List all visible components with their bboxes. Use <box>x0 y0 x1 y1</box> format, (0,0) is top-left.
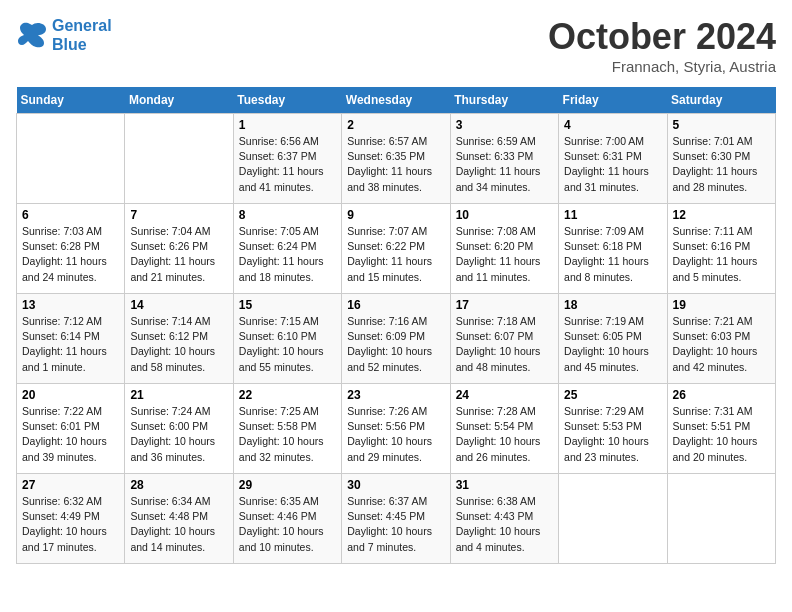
day-number: 31 <box>456 478 553 492</box>
calendar-cell: 31Sunrise: 6:38 AM Sunset: 4:43 PM Dayli… <box>450 474 558 564</box>
day-number: 8 <box>239 208 336 222</box>
day-number: 26 <box>673 388 770 402</box>
location: Frannach, Styria, Austria <box>548 58 776 75</box>
day-number: 5 <box>673 118 770 132</box>
weekday-header: Friday <box>559 87 667 114</box>
calendar-cell: 23Sunrise: 7:26 AM Sunset: 5:56 PM Dayli… <box>342 384 450 474</box>
day-number: 18 <box>564 298 661 312</box>
day-number: 4 <box>564 118 661 132</box>
calendar-cell: 3Sunrise: 6:59 AM Sunset: 6:33 PM Daylig… <box>450 114 558 204</box>
page-header: General Blue October 2024 Frannach, Styr… <box>16 16 776 75</box>
calendar-cell: 25Sunrise: 7:29 AM Sunset: 5:53 PM Dayli… <box>559 384 667 474</box>
day-info: Sunrise: 6:56 AM Sunset: 6:37 PM Dayligh… <box>239 134 336 195</box>
day-info: Sunrise: 6:38 AM Sunset: 4:43 PM Dayligh… <box>456 494 553 555</box>
calendar-cell: 18Sunrise: 7:19 AM Sunset: 6:05 PM Dayli… <box>559 294 667 384</box>
logo: General Blue <box>16 16 112 54</box>
day-info: Sunrise: 7:01 AM Sunset: 6:30 PM Dayligh… <box>673 134 770 195</box>
weekday-header: Wednesday <box>342 87 450 114</box>
day-info: Sunrise: 7:22 AM Sunset: 6:01 PM Dayligh… <box>22 404 119 465</box>
calendar-cell: 10Sunrise: 7:08 AM Sunset: 6:20 PM Dayli… <box>450 204 558 294</box>
day-info: Sunrise: 7:25 AM Sunset: 5:58 PM Dayligh… <box>239 404 336 465</box>
calendar-cell: 26Sunrise: 7:31 AM Sunset: 5:51 PM Dayli… <box>667 384 775 474</box>
calendar-week-row: 1Sunrise: 6:56 AM Sunset: 6:37 PM Daylig… <box>17 114 776 204</box>
weekday-header-row: SundayMondayTuesdayWednesdayThursdayFrid… <box>17 87 776 114</box>
day-number: 3 <box>456 118 553 132</box>
day-info: Sunrise: 7:28 AM Sunset: 5:54 PM Dayligh… <box>456 404 553 465</box>
calendar-cell: 14Sunrise: 7:14 AM Sunset: 6:12 PM Dayli… <box>125 294 233 384</box>
day-info: Sunrise: 7:04 AM Sunset: 6:26 PM Dayligh… <box>130 224 227 285</box>
calendar-cell <box>559 474 667 564</box>
day-info: Sunrise: 7:26 AM Sunset: 5:56 PM Dayligh… <box>347 404 444 465</box>
day-number: 20 <box>22 388 119 402</box>
day-number: 6 <box>22 208 119 222</box>
day-number: 10 <box>456 208 553 222</box>
day-info: Sunrise: 6:57 AM Sunset: 6:35 PM Dayligh… <box>347 134 444 195</box>
day-number: 17 <box>456 298 553 312</box>
day-info: Sunrise: 7:19 AM Sunset: 6:05 PM Dayligh… <box>564 314 661 375</box>
calendar-week-row: 27Sunrise: 6:32 AM Sunset: 4:49 PM Dayli… <box>17 474 776 564</box>
month-title: October 2024 <box>548 16 776 58</box>
calendar-cell: 11Sunrise: 7:09 AM Sunset: 6:18 PM Dayli… <box>559 204 667 294</box>
day-number: 27 <box>22 478 119 492</box>
day-number: 2 <box>347 118 444 132</box>
day-info: Sunrise: 7:00 AM Sunset: 6:31 PM Dayligh… <box>564 134 661 195</box>
day-number: 11 <box>564 208 661 222</box>
day-number: 21 <box>130 388 227 402</box>
day-info: Sunrise: 6:35 AM Sunset: 4:46 PM Dayligh… <box>239 494 336 555</box>
day-number: 14 <box>130 298 227 312</box>
day-info: Sunrise: 7:08 AM Sunset: 6:20 PM Dayligh… <box>456 224 553 285</box>
day-number: 16 <box>347 298 444 312</box>
calendar-cell <box>667 474 775 564</box>
weekday-header: Monday <box>125 87 233 114</box>
calendar-cell: 22Sunrise: 7:25 AM Sunset: 5:58 PM Dayli… <box>233 384 341 474</box>
day-number: 23 <box>347 388 444 402</box>
day-info: Sunrise: 7:07 AM Sunset: 6:22 PM Dayligh… <box>347 224 444 285</box>
day-number: 28 <box>130 478 227 492</box>
day-info: Sunrise: 7:16 AM Sunset: 6:09 PM Dayligh… <box>347 314 444 375</box>
day-info: Sunrise: 6:34 AM Sunset: 4:48 PM Dayligh… <box>130 494 227 555</box>
calendar-cell: 4Sunrise: 7:00 AM Sunset: 6:31 PM Daylig… <box>559 114 667 204</box>
weekday-header: Tuesday <box>233 87 341 114</box>
weekday-header: Thursday <box>450 87 558 114</box>
calendar-cell: 6Sunrise: 7:03 AM Sunset: 6:28 PM Daylig… <box>17 204 125 294</box>
day-info: Sunrise: 7:11 AM Sunset: 6:16 PM Dayligh… <box>673 224 770 285</box>
day-number: 25 <box>564 388 661 402</box>
calendar-cell: 21Sunrise: 7:24 AM Sunset: 6:00 PM Dayli… <box>125 384 233 474</box>
calendar-cell: 5Sunrise: 7:01 AM Sunset: 6:30 PM Daylig… <box>667 114 775 204</box>
day-info: Sunrise: 7:31 AM Sunset: 5:51 PM Dayligh… <box>673 404 770 465</box>
calendar-table: SundayMondayTuesdayWednesdayThursdayFrid… <box>16 87 776 564</box>
calendar-cell: 12Sunrise: 7:11 AM Sunset: 6:16 PM Dayli… <box>667 204 775 294</box>
day-info: Sunrise: 7:09 AM Sunset: 6:18 PM Dayligh… <box>564 224 661 285</box>
calendar-cell: 1Sunrise: 6:56 AM Sunset: 6:37 PM Daylig… <box>233 114 341 204</box>
calendar-cell: 9Sunrise: 7:07 AM Sunset: 6:22 PM Daylig… <box>342 204 450 294</box>
day-info: Sunrise: 7:05 AM Sunset: 6:24 PM Dayligh… <box>239 224 336 285</box>
day-info: Sunrise: 7:29 AM Sunset: 5:53 PM Dayligh… <box>564 404 661 465</box>
calendar-cell: 20Sunrise: 7:22 AM Sunset: 6:01 PM Dayli… <box>17 384 125 474</box>
day-number: 29 <box>239 478 336 492</box>
day-info: Sunrise: 6:32 AM Sunset: 4:49 PM Dayligh… <box>22 494 119 555</box>
calendar-cell <box>17 114 125 204</box>
calendar-cell: 17Sunrise: 7:18 AM Sunset: 6:07 PM Dayli… <box>450 294 558 384</box>
calendar-cell: 7Sunrise: 7:04 AM Sunset: 6:26 PM Daylig… <box>125 204 233 294</box>
day-number: 9 <box>347 208 444 222</box>
day-info: Sunrise: 7:14 AM Sunset: 6:12 PM Dayligh… <box>130 314 227 375</box>
logo-icon <box>16 21 48 49</box>
calendar-cell: 27Sunrise: 6:32 AM Sunset: 4:49 PM Dayli… <box>17 474 125 564</box>
day-number: 22 <box>239 388 336 402</box>
calendar-cell: 15Sunrise: 7:15 AM Sunset: 6:10 PM Dayli… <box>233 294 341 384</box>
calendar-week-row: 20Sunrise: 7:22 AM Sunset: 6:01 PM Dayli… <box>17 384 776 474</box>
calendar-cell: 8Sunrise: 7:05 AM Sunset: 6:24 PM Daylig… <box>233 204 341 294</box>
calendar-cell: 2Sunrise: 6:57 AM Sunset: 6:35 PM Daylig… <box>342 114 450 204</box>
title-block: October 2024 Frannach, Styria, Austria <box>548 16 776 75</box>
calendar-cell: 29Sunrise: 6:35 AM Sunset: 4:46 PM Dayli… <box>233 474 341 564</box>
calendar-cell <box>125 114 233 204</box>
day-info: Sunrise: 7:03 AM Sunset: 6:28 PM Dayligh… <box>22 224 119 285</box>
logo-text: General Blue <box>52 16 112 54</box>
day-info: Sunrise: 7:15 AM Sunset: 6:10 PM Dayligh… <box>239 314 336 375</box>
day-number: 1 <box>239 118 336 132</box>
day-number: 24 <box>456 388 553 402</box>
day-info: Sunrise: 7:21 AM Sunset: 6:03 PM Dayligh… <box>673 314 770 375</box>
calendar-cell: 16Sunrise: 7:16 AM Sunset: 6:09 PM Dayli… <box>342 294 450 384</box>
day-info: Sunrise: 7:24 AM Sunset: 6:00 PM Dayligh… <box>130 404 227 465</box>
day-number: 12 <box>673 208 770 222</box>
